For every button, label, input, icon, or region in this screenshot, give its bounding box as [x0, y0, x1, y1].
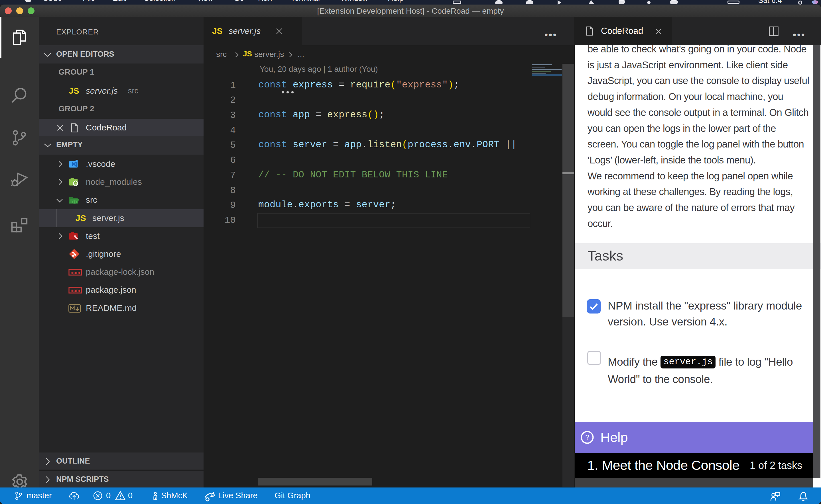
- svg-text:?: ?: [585, 433, 589, 442]
- svg-text:npm: npm: [70, 270, 80, 275]
- svg-text:JS: JS: [74, 182, 77, 185]
- svg-text:npm: npm: [70, 288, 80, 293]
